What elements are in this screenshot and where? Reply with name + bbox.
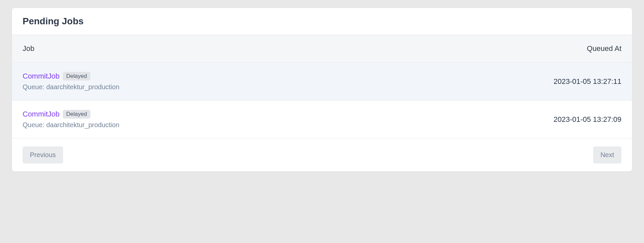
card-header: Pending Jobs (12, 8, 632, 35)
next-button[interactable]: Next (593, 146, 621, 163)
job-queue-label: Queue: daarchitektur_production (23, 121, 119, 129)
job-row[interactable]: CommitJob Delayed Queue: daarchitektur_p… (12, 63, 632, 101)
job-queued-at: 2023-01-05 13:27:11 (554, 77, 621, 86)
pending-jobs-card: Pending Jobs Job Queued At CommitJob Del… (12, 8, 632, 171)
table-header: Job Queued At (12, 35, 632, 63)
job-name-link[interactable]: CommitJob (23, 72, 59, 81)
job-queue-label: Queue: daarchitektur_production (23, 83, 119, 91)
job-queued-at: 2023-01-05 13:27:09 (554, 115, 621, 124)
job-info: CommitJob Delayed Queue: daarchitektur_p… (23, 72, 119, 91)
job-info: CommitJob Delayed Queue: daarchitektur_p… (23, 110, 119, 129)
job-status-badge: Delayed (63, 110, 90, 119)
job-title-line: CommitJob Delayed (23, 72, 119, 81)
job-row[interactable]: CommitJob Delayed Queue: daarchitektur_p… (12, 101, 632, 138)
job-name-link[interactable]: CommitJob (23, 110, 59, 119)
pagination-footer: Previous Next (12, 138, 632, 171)
page-title: Pending Jobs (23, 16, 621, 27)
column-job-label: Job (23, 44, 34, 53)
column-queued-at-label: Queued At (587, 44, 621, 53)
job-title-line: CommitJob Delayed (23, 110, 119, 119)
previous-button[interactable]: Previous (23, 146, 63, 163)
job-status-badge: Delayed (63, 72, 90, 81)
